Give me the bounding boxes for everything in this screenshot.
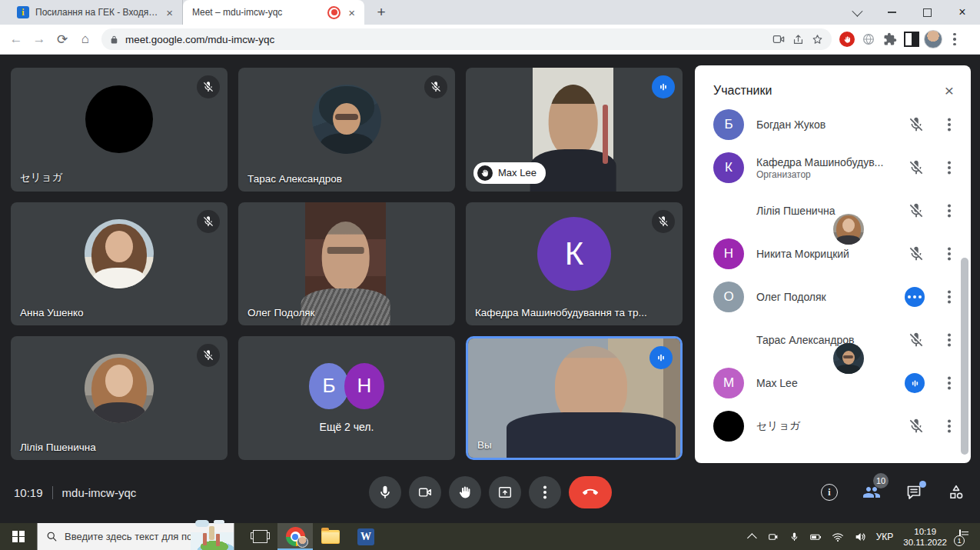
close-window-button[interactable]: × <box>945 0 980 25</box>
notification-center-button[interactable]: 1 <box>957 530 972 544</box>
video-tile-seryoga[interactable]: セリョガ <box>11 68 228 192</box>
tray-battery-icon[interactable] <box>809 531 822 543</box>
tray-camera-icon[interactable] <box>767 531 779 543</box>
chrome-taskbar-icon[interactable] <box>277 523 313 550</box>
darkreader-extension-icon[interactable] <box>901 28 922 50</box>
forward-button[interactable]: → <box>28 28 51 51</box>
tray-clock[interactable]: 10:19 30.11.2022 <box>903 526 947 548</box>
video-tile-others[interactable]: Б Н Ещё 2 чел. <box>238 336 455 460</box>
browser-menu-button[interactable] <box>944 33 965 45</box>
participant-name: Max Lee <box>756 377 900 389</box>
live-video <box>468 338 680 458</box>
activities-button[interactable] <box>946 482 966 502</box>
home-button[interactable]: ⌂ <box>74 28 97 51</box>
tab-meet[interactable]: Meet – mdu-imcw-yqc × <box>183 0 364 25</box>
tray-volume-icon[interactable] <box>854 531 866 543</box>
more-options-button[interactable] <box>948 382 951 385</box>
mic-button[interactable] <box>369 476 401 508</box>
avatar: Б <box>713 109 744 140</box>
present-button[interactable] <box>489 476 521 508</box>
close-panel-button[interactable]: × <box>945 82 954 98</box>
tab-title: Meet – mdu-imcw-yqc <box>192 7 321 18</box>
adblock-extension-icon[interactable] <box>836 28 858 50</box>
video-tile-anna[interactable]: Анна Ушенко <box>11 202 228 326</box>
minimize-button[interactable] <box>874 0 909 25</box>
video-tile-lilia[interactable]: Лілія Пшенична <box>11 336 228 460</box>
extensions-puzzle-icon[interactable] <box>879 28 901 50</box>
more-options-button[interactable] <box>948 166 951 169</box>
video-grid: セリョガ Тарас Александров Max Lee Анна Ушен… <box>11 68 683 460</box>
tray-chevron-icon[interactable] <box>747 533 757 543</box>
notification-badge: 1 <box>954 535 965 546</box>
participant-name-label: Кафедра Машинобудування та тр... <box>475 307 647 318</box>
people-count-badge: 10 <box>873 473 889 488</box>
restore-button[interactable] <box>909 0 945 25</box>
window-menu-chevron-icon[interactable] <box>839 0 874 25</box>
tab-mail[interactable]: i Посилання на ГЕК - Входящие - × <box>8 0 183 25</box>
participant-row[interactable]: Лілія Пшенична <box>695 189 971 232</box>
camera-button[interactable] <box>409 476 441 508</box>
video-tile-kafedra[interactable]: К Кафедра Машинобудування та тр... <box>466 202 683 326</box>
more-options-button[interactable] <box>948 338 951 342</box>
more-options-button[interactable] <box>948 252 951 255</box>
participant-row[interactable]: Б Богдан Жуков <box>695 103 971 146</box>
video-tile-oleg[interactable]: Олег Подоляк <box>238 202 455 326</box>
tray-wifi-icon[interactable] <box>832 531 844 543</box>
language-indicator[interactable]: УКР <box>876 532 894 542</box>
more-options-button[interactable] <box>948 425 951 428</box>
more-options-button[interactable] <box>948 123 951 126</box>
chat-button[interactable] <box>904 482 924 502</box>
task-view-button[interactable] <box>242 523 277 550</box>
people-button[interactable]: 10 <box>862 482 882 502</box>
tray-mic-icon[interactable] <box>789 531 799 543</box>
more-options-button[interactable] <box>948 295 951 298</box>
raise-hand-button[interactable] <box>449 476 481 508</box>
tab-close-icon[interactable]: × <box>164 5 174 20</box>
back-button[interactable]: ← <box>5 28 28 51</box>
info-button[interactable]: i <box>819 482 839 502</box>
meeting-info-controls: i 10 <box>819 482 966 502</box>
participant-row[interactable]: Тарас Александров <box>695 318 971 362</box>
new-tab-button[interactable]: + <box>370 2 392 23</box>
taskbar-search[interactable]: Введите здесь текст для поиска <box>37 523 234 550</box>
more-options-button[interactable] <box>529 476 561 508</box>
hand-icon <box>477 165 493 181</box>
word-taskbar-icon[interactable]: W <box>348 523 384 550</box>
avatar: Б <box>309 363 349 409</box>
more-options-button[interactable] <box>948 209 951 212</box>
browser-toolbar: ← → ⟳ ⌂ meet.google.com/mdu-imcw-yqc <box>0 25 980 55</box>
panel-scrollbar[interactable] <box>961 258 968 455</box>
participant-row[interactable]: M Max Lee <box>695 362 971 405</box>
start-button[interactable] <box>0 523 37 550</box>
participant-role: Организатор <box>756 169 902 180</box>
chat-notification-dot <box>919 481 926 488</box>
share-icon[interactable] <box>792 33 805 46</box>
tab-close-icon[interactable]: × <box>347 5 357 20</box>
bookmark-star-icon[interactable] <box>811 33 824 46</box>
reload-button[interactable]: ⟳ <box>51 28 74 51</box>
participant-row[interactable]: О Олег Подоляк <box>695 275 971 318</box>
end-call-button[interactable] <box>569 476 612 508</box>
participant-row[interactable]: セリョガ <box>695 405 971 448</box>
search-illustration[interactable] <box>191 523 234 550</box>
explorer-taskbar-icon[interactable] <box>313 523 348 550</box>
globe-extension-icon[interactable] <box>858 28 879 50</box>
windows-logo-icon <box>12 531 25 543</box>
video-tile-taras[interactable]: Тарас Александров <box>238 68 455 192</box>
profile-avatar[interactable] <box>922 28 944 50</box>
participant-row[interactable]: Н Никита Мокрицкий <box>695 232 971 275</box>
participant-row[interactable]: К Кафедра Машинобудув... Организатор <box>695 146 971 189</box>
camera-indicator-icon[interactable] <box>772 32 786 46</box>
panel-title: Участники <box>713 84 772 98</box>
browser-tab-strip: i Посилання на ГЕК - Входящие - × Meet –… <box>0 0 980 25</box>
video-tile-you[interactable]: Вы <box>466 336 683 460</box>
live-video <box>305 202 385 326</box>
mic-muted-icon <box>908 332 925 348</box>
video-tile-maxlee[interactable]: Max Lee <box>466 68 683 192</box>
mic-muted-icon <box>908 245 925 262</box>
address-bar[interactable]: meet.google.com/mdu-imcw-yqc <box>101 28 832 50</box>
audio-speaking-icon <box>652 75 675 98</box>
participant-name: セリョガ <box>756 419 902 433</box>
participants-panel: Участники × Б Богдан Жуков К Кафедра Маш… <box>695 65 971 463</box>
mic-muted-icon <box>908 418 925 435</box>
